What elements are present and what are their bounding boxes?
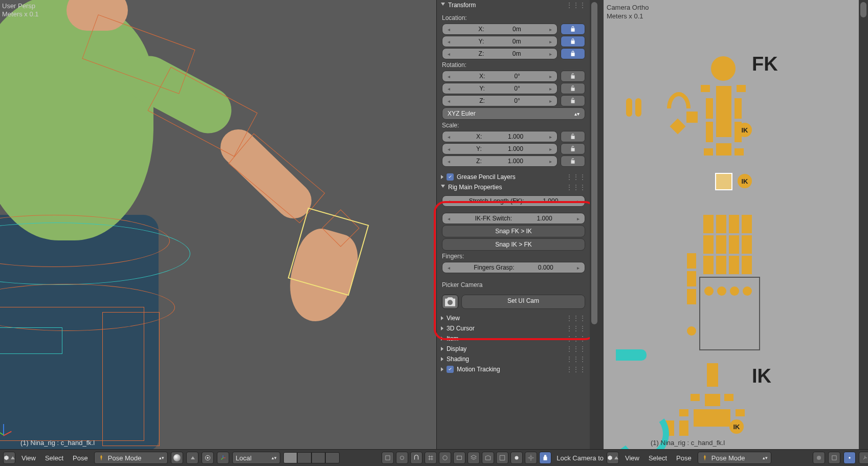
viewport-shading-solid[interactable] xyxy=(171,452,183,464)
drag-grip-icon[interactable]: ⋮⋮⋮ xyxy=(566,315,586,322)
header-icon[interactable] xyxy=(396,452,408,464)
header-icon[interactable] xyxy=(496,452,508,464)
panel-scrollbar[interactable] xyxy=(590,0,599,450)
rotation-y-field[interactable]: ◂Y:0°▸ xyxy=(442,83,558,94)
editor-type-menu-r[interactable] xyxy=(607,452,619,464)
display-header[interactable]: Display⋮⋮⋮ xyxy=(437,344,590,354)
rotation-mode-select[interactable]: XYZ Euler ▴▾ xyxy=(442,107,585,120)
menu-view[interactable]: View xyxy=(18,452,39,463)
drag-grip-icon[interactable]: ⋮⋮⋮ xyxy=(566,356,586,363)
mode-select[interactable]: Pose Mode ▴▾ xyxy=(94,452,168,464)
menu-select[interactable]: Select xyxy=(42,452,66,463)
snap-fk-ik-button[interactable]: Snap FK > IK xyxy=(442,225,585,237)
scrollbar-thumb[interactable] xyxy=(860,2,866,17)
header-icon-r[interactable] xyxy=(813,452,825,464)
picker-spine[interactable] xyxy=(716,86,731,137)
editor-type-menu[interactable] xyxy=(3,452,15,464)
lock-location-y[interactable] xyxy=(561,36,585,47)
location-y-field[interactable]: ◂Y:0m▸ xyxy=(442,36,558,47)
picker-thumb[interactable] xyxy=(687,271,696,286)
lock-location-z[interactable] xyxy=(561,48,585,59)
ik-badge-upper[interactable]: IK xyxy=(738,123,752,137)
picker-ik-small[interactable] xyxy=(679,409,688,416)
picker-ik-pelvis[interactable] xyxy=(705,394,720,406)
header-icon-r[interactable] xyxy=(843,452,856,464)
picker-finger[interactable] xyxy=(729,215,739,233)
picker-finger[interactable] xyxy=(716,215,726,233)
motion-tracking-checkbox[interactable] xyxy=(447,366,454,373)
menu-select-r[interactable]: Select xyxy=(646,452,670,463)
ikfk-switch-field[interactable]: ◂IK-FK Switch:1.000▸ xyxy=(442,213,585,224)
picker-finger[interactable] xyxy=(716,235,726,254)
orientation-select[interactable]: Local▴▾ xyxy=(232,452,280,464)
lock-rotation-x[interactable] xyxy=(561,71,585,82)
picker-finger[interactable] xyxy=(703,256,714,274)
picker-eye-r[interactable] xyxy=(635,98,641,117)
motion-tracking-header[interactable]: Motion Tracking⋮⋮⋮ xyxy=(437,364,590,374)
picker-finger[interactable] xyxy=(742,235,752,254)
header-icon[interactable] xyxy=(525,452,537,464)
picker-knuckle[interactable] xyxy=(717,286,726,296)
scale-y-field[interactable]: ◂Y:1.000▸ xyxy=(442,143,558,154)
pivot-menu[interactable] xyxy=(202,452,214,464)
menu-pose[interactable]: Pose xyxy=(70,452,91,463)
picker-selected-hand-fk[interactable] xyxy=(715,173,732,190)
ik-badge-bottom[interactable]: IK xyxy=(729,419,744,434)
picker-ik-leg[interactable] xyxy=(679,420,688,436)
viewport-picker-right[interactable]: Camera Ortho Meters x 0.1 FK IK IK IK xyxy=(604,0,868,450)
mode-select-r[interactable]: Pose Mode ▴▾ xyxy=(698,452,771,464)
picker-cam-icon-button[interactable] xyxy=(442,295,458,309)
header-icon[interactable] xyxy=(453,452,465,464)
picker-ik-r[interactable] xyxy=(724,394,733,401)
drag-grip-icon[interactable]: ⋮⋮⋮ xyxy=(566,345,586,352)
set-ui-cam-button[interactable]: Set UI Cam xyxy=(461,295,585,309)
lock-scale-y[interactable] xyxy=(561,143,585,154)
picker-pelvis-side[interactable] xyxy=(686,112,698,123)
picker-finger[interactable] xyxy=(742,256,752,274)
picker-finger[interactable] xyxy=(742,215,752,233)
picker-cyan-bar[interactable] xyxy=(616,349,647,361)
picker-finger[interactable] xyxy=(716,256,726,274)
grease-pencil-checkbox[interactable] xyxy=(447,173,454,181)
header-icon-r[interactable] xyxy=(859,452,868,464)
picker-ik-small[interactable] xyxy=(736,409,745,416)
picker-hip-l[interactable] xyxy=(704,148,713,156)
header-icon[interactable] xyxy=(425,452,437,464)
drag-grip-icon[interactable]: ⋮⋮⋮ xyxy=(566,325,586,332)
fingers-grasp-field[interactable]: ◂Fingers Grasp:0.000▸ xyxy=(442,262,585,273)
layer-buttons[interactable] xyxy=(283,452,340,463)
lock-scale-x[interactable] xyxy=(561,131,585,142)
header-icon[interactable] xyxy=(410,452,422,464)
snap-ik-fk-button[interactable]: Snap IK > FK xyxy=(442,238,585,251)
item-header[interactable]: Item⋮⋮⋮ xyxy=(437,334,590,344)
picker-knuckle[interactable] xyxy=(730,286,739,296)
header-icon[interactable] xyxy=(482,452,494,464)
view-header[interactable]: View⋮⋮⋮ xyxy=(437,313,590,323)
scrollbar-thumb[interactable] xyxy=(591,2,597,324)
proportional-edit[interactable] xyxy=(439,452,451,464)
picker-finger[interactable] xyxy=(703,215,714,233)
drag-grip-icon[interactable]: ⋮⋮⋮ xyxy=(566,184,586,191)
picker-thumb[interactable] xyxy=(687,289,696,304)
lock-rotation-z[interactable] xyxy=(561,95,585,106)
picker-ik-wide[interactable] xyxy=(694,409,730,427)
scale-z-field[interactable]: ◂Z:1.000▸ xyxy=(442,156,558,167)
picker-eye-l[interactable] xyxy=(626,98,632,117)
rotation-z-field[interactable]: ◂Z:0°▸ xyxy=(442,95,558,106)
picker-knuckle[interactable] xyxy=(743,286,752,296)
picker-finger[interactable] xyxy=(703,235,714,254)
menu-view-r[interactable]: View xyxy=(622,452,642,463)
picker-arm-l1[interactable] xyxy=(706,98,713,119)
stretch-length-field[interactable]: ◂Stretch Length (FK):1.000▸ xyxy=(442,195,585,207)
lock-camera-toggle[interactable] xyxy=(539,452,551,464)
menu-pose-r[interactable]: Pose xyxy=(673,452,695,463)
picker-hip-r[interactable] xyxy=(735,148,744,156)
manipulator-toggle[interactable] xyxy=(217,452,229,464)
picker-scrollbar[interactable] xyxy=(859,0,868,450)
picker-shoulder-r[interactable] xyxy=(737,85,746,92)
cursor-header[interactable]: 3D Cursor⋮⋮⋮ xyxy=(437,323,590,334)
header-icon[interactable] xyxy=(382,452,394,464)
picker-brow[interactable] xyxy=(667,92,691,108)
drag-grip-icon[interactable]: ⋮⋮⋮ xyxy=(566,2,586,9)
drag-grip-icon[interactable]: ⋮⋮⋮ xyxy=(566,173,586,181)
